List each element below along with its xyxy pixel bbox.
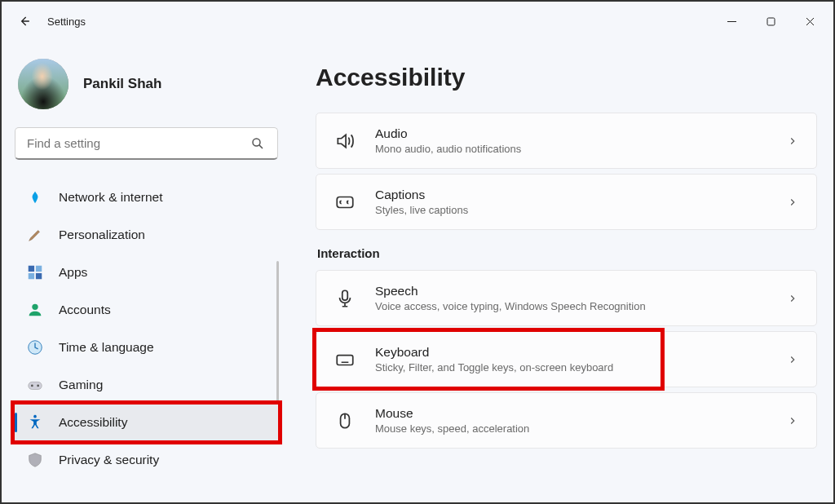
audio-icon [334, 130, 356, 152]
card-subtitle: Mouse keys, speed, acceleration [375, 422, 767, 435]
svg-rect-2 [29, 266, 34, 272]
sidebar-item-label: Accessibility [59, 415, 127, 430]
card-subtitle: Styles, live captions [375, 204, 767, 216]
sidebar-item-label: Accounts [59, 303, 111, 317]
keyboard-icon [334, 349, 356, 370]
accounts-icon [26, 301, 44, 319]
sidebar-item-time-language[interactable]: Time & language [15, 329, 278, 365]
sidebar-item-gaming[interactable]: Gaming [15, 367, 278, 403]
card-title: Mouse [375, 406, 767, 421]
card-subtitle: Sticky, Filter, and Toggle keys, on-scre… [375, 361, 767, 374]
sidebar: Pankil Shah Network & internet Personali… [2, 41, 291, 502]
privacy-icon [26, 451, 44, 469]
card-title: Keyboard [375, 345, 767, 360]
close-button[interactable] [791, 8, 828, 34]
maximize-button[interactable] [752, 8, 789, 34]
chevron-right-icon [787, 293, 798, 304]
svg-point-9 [31, 385, 33, 387]
speech-icon [334, 288, 356, 309]
sidebar-item-network[interactable]: Network & internet [15, 179, 278, 215]
avatar [18, 59, 68, 109]
app-title: Settings [47, 15, 86, 28]
card-title: Captions [375, 188, 767, 202]
svg-point-11 [33, 415, 37, 418]
card-title: Audio [375, 126, 767, 141]
apps-icon [26, 263, 44, 281]
sidebar-nav: Network & internet Personalization Apps … [15, 179, 278, 478]
section-label-interaction: Interaction [317, 246, 817, 260]
search-icon [250, 136, 265, 151]
sidebar-item-personalization[interactable]: Personalization [15, 217, 278, 253]
sidebar-item-label: Gaming [59, 378, 103, 392]
settings-card-mouse[interactable]: Mouse Mouse keys, speed, acceleration [316, 392, 817, 449]
settings-card-audio[interactable]: Audio Mono audio, audio notifications [316, 113, 817, 169]
svg-rect-3 [36, 266, 42, 272]
page-title: Accessibility [316, 64, 817, 91]
settings-card-speech[interactable]: Speech Voice access, voice typing, Windo… [316, 270, 817, 326]
sidebar-item-label: Privacy & security [59, 453, 159, 467]
settings-card-captions[interactable]: Captions Styles, live captions [316, 174, 817, 230]
search-input[interactable] [15, 127, 278, 160]
svg-rect-0 [767, 18, 775, 25]
svg-rect-8 [29, 382, 42, 389]
chevron-right-icon [787, 197, 798, 208]
mouse-icon [334, 410, 356, 431]
chevron-right-icon [787, 135, 798, 147]
svg-rect-13 [342, 290, 348, 300]
profile-button[interactable]: Pankil Shah [15, 59, 278, 109]
back-button[interactable] [16, 13, 33, 29]
svg-point-1 [253, 139, 260, 146]
captions-icon [334, 192, 356, 213]
sidebar-item-label: Time & language [59, 340, 154, 355]
sidebar-item-label: Apps [59, 265, 87, 280]
svg-point-6 [32, 304, 38, 310]
sidebar-item-accounts[interactable]: Accounts [15, 292, 278, 328]
time-icon [26, 338, 44, 356]
svg-rect-14 [337, 355, 353, 365]
accessibility-icon [26, 413, 44, 431]
main-content: Accessibility Audio Mono audio, audio no… [291, 41, 833, 502]
titlebar: Settings [2, 2, 833, 41]
brush-icon [26, 226, 44, 244]
user-name: Pankil Shah [83, 76, 161, 92]
card-subtitle: Mono audio, audio notifications [375, 143, 767, 155]
chevron-right-icon [787, 354, 798, 365]
svg-rect-4 [29, 273, 34, 279]
sidebar-item-label: Personalization [59, 228, 145, 242]
network-icon [26, 188, 44, 206]
card-subtitle: Voice access, voice typing, Windows Spee… [375, 300, 767, 312]
sidebar-item-apps[interactable]: Apps [15, 254, 278, 290]
settings-card-keyboard[interactable]: Keyboard Sticky, Filter, and Toggle keys… [316, 331, 817, 387]
minimize-button[interactable] [713, 8, 750, 34]
sidebar-item-accessibility[interactable]: Accessibility [15, 405, 278, 440]
sidebar-item-privacy[interactable]: Privacy & security [15, 442, 278, 478]
gaming-icon [26, 376, 44, 394]
card-title: Speech [375, 284, 767, 298]
chevron-right-icon [787, 415, 798, 427]
svg-rect-12 [337, 197, 353, 207]
sidebar-item-label: Network & internet [59, 190, 163, 205]
svg-rect-5 [36, 273, 42, 279]
svg-point-10 [37, 385, 39, 387]
